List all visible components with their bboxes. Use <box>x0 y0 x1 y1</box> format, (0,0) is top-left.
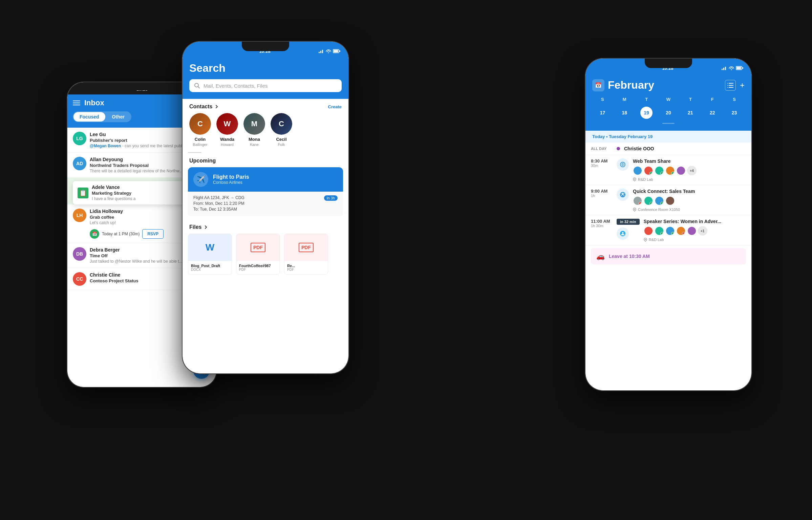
location-icon-2 <box>633 208 636 212</box>
adele-icon: 📋 <box>78 188 88 198</box>
contact-avatar-cecil: C <box>271 113 292 135</box>
calendar-week-days: S M T W T F S <box>592 97 745 104</box>
quick-connect-attendees <box>633 196 746 205</box>
all-day-event-row[interactable]: ALL DAY Christie OOO <box>585 143 751 155</box>
flight-subtitle: Contoso Airlines <box>213 180 249 185</box>
file-blog-post[interactable]: W Blog_Post_Draft DOCX <box>188 234 232 275</box>
event-quick-connect[interactable]: 9:00 AM 1h Quick Connect: Sales <box>585 185 751 215</box>
in-32-min-badge: in 32 min <box>617 219 640 225</box>
svg-rect-23 <box>729 83 733 84</box>
svg-rect-16 <box>722 69 723 70</box>
svg-rect-12 <box>334 50 338 52</box>
cal-day-19-today[interactable]: 19 <box>640 107 653 119</box>
hamburger-menu[interactable] <box>73 101 80 105</box>
flight-badge: In 3h <box>324 195 338 201</box>
svg-rect-25 <box>729 87 733 88</box>
contact-avatar-mona: M <box>243 113 265 135</box>
calendar-header: 📅 February <box>585 73 751 131</box>
rsvp-button[interactable]: RSVP <box>142 229 164 239</box>
chevron-right-icon <box>214 104 219 109</box>
files-label: Files <box>189 224 201 230</box>
car-icon: 🚗 <box>596 252 605 260</box>
contacts-section-header: Contacts Create <box>183 99 348 113</box>
cal-day-18[interactable]: 18 <box>618 107 631 119</box>
tab-group: Focused Other <box>73 111 131 122</box>
cal-day-22[interactable]: 22 <box>706 107 719 119</box>
event-speaker-series[interactable]: 11:00 AM 1h 30m in 32 min <box>585 215 751 245</box>
quick-connect-title: Quick Connect: Sales Team <box>633 189 746 194</box>
event-web-team-share[interactable]: 8:30 AM 30m Web Team Share <box>585 155 751 185</box>
search-header: Search Mail, Events, Contacts, Files <box>183 57 348 99</box>
search-phone: 10:28 <box>183 42 348 373</box>
tab-focused[interactable]: Focused <box>73 112 105 122</box>
web-team-location: R&D Lab <box>633 177 746 181</box>
contacts-label: Contacts <box>189 104 212 110</box>
contact-name-wanda: Wanda <box>220 137 234 142</box>
avatar-debra: DB <box>73 247 86 261</box>
leave-text: Leave at 10:30 AM <box>609 254 650 259</box>
create-link[interactable]: Create <box>328 104 342 109</box>
leave-banner: 🚗 Leave at 10:30 AM <box>591 248 746 264</box>
contact-avatar-colin: C <box>189 113 211 135</box>
notch-middle <box>242 42 289 51</box>
cal-day-17[interactable]: 17 <box>596 107 608 119</box>
avatar-lee-gu: LG <box>73 132 86 145</box>
avatar-lidia: LH <box>73 209 86 222</box>
file-fourth-coffee[interactable]: PDF FourthCoffee#987 PDF <box>236 234 280 275</box>
notch-right <box>645 59 692 68</box>
cal-day-21[interactable]: 21 <box>684 107 697 119</box>
pdf-icon-2: PDF <box>299 243 314 252</box>
avatar-christie: CC <box>73 272 86 286</box>
upcoming-section-header: Upcoming <box>183 153 348 167</box>
contact-mona[interactable]: M Mona Kane <box>243 113 265 147</box>
svg-rect-7 <box>319 52 320 53</box>
quick-connect-icon <box>617 189 629 201</box>
svg-rect-18 <box>725 67 726 70</box>
contact-avatar-wanda: W <box>216 113 238 135</box>
contact-cecil[interactable]: C Cecil Folk <box>271 113 292 147</box>
svg-rect-21 <box>736 67 741 69</box>
contact-wanda[interactable]: W Wanda Howard <box>216 113 238 147</box>
search-placeholder: Mail, Events, Contacts, Files <box>204 83 268 89</box>
week-scroll-indicator <box>662 123 675 124</box>
cal-day-23[interactable]: 23 <box>728 107 741 119</box>
notch-left <box>122 82 162 90</box>
svg-rect-8 <box>320 51 321 53</box>
pdf-icon-1: PDF <box>251 243 265 252</box>
contact-name-mona: Mona <box>249 137 260 142</box>
calendar-list-view-button[interactable] <box>725 80 736 91</box>
files-section-header: Files <box>183 219 348 234</box>
file-re[interactable]: PDF Re... PDF <box>284 234 328 275</box>
contact-lastname-mona: Kane <box>250 143 259 147</box>
event-time-830: 8:30 AM 30m <box>591 158 613 168</box>
svg-point-36 <box>622 232 624 234</box>
cal-day-20[interactable]: 20 <box>662 107 675 119</box>
calendar-month: February <box>608 79 654 91</box>
contacts-row: C Colin Ballinger W Wanda Howard <box>183 113 348 152</box>
add-event-button[interactable]: + <box>740 81 745 90</box>
contact-colin[interactable]: C Colin Ballinger <box>189 113 211 147</box>
calendar-body: Today • Tuesday February 19 ALL DAY Chri… <box>585 131 751 267</box>
chevron-right-files-icon <box>204 225 208 230</box>
search-input-box[interactable]: Mail, Events, Contacts, Files <box>189 79 342 92</box>
svg-rect-17 <box>723 68 724 70</box>
speaker-attendees: +1 <box>644 226 746 236</box>
calendar-app-icon: 📅 <box>592 79 604 91</box>
svg-line-15 <box>198 87 200 88</box>
list-icon <box>727 83 733 88</box>
quick-connect-location: Conference Room X1050 <box>633 208 746 212</box>
svg-point-37 <box>645 239 646 240</box>
contact-lastname-wanda: Howard <box>221 143 234 147</box>
flight-title: Flight to Paris <box>213 174 249 180</box>
inbox-title: Inbox <box>84 99 104 107</box>
contact-lastname-colin: Ballinger <box>193 143 208 147</box>
tab-other[interactable]: Other <box>106 112 131 122</box>
location-icon <box>633 177 636 181</box>
flight-card[interactable]: ✈️ Flight to Paris Contoso Airlines Flig… <box>188 167 343 216</box>
search-body: Contacts Create C Colin Ballinger <box>183 99 348 275</box>
meeting-time: 📅 Today at 1 PM (30m) RSVP <box>73 229 164 239</box>
all-day-dot <box>617 147 620 150</box>
event-time-900: 9:00 AM 1h <box>591 189 613 198</box>
speaker-icon <box>617 228 629 240</box>
contact-name-cecil: Cecil <box>276 137 286 142</box>
